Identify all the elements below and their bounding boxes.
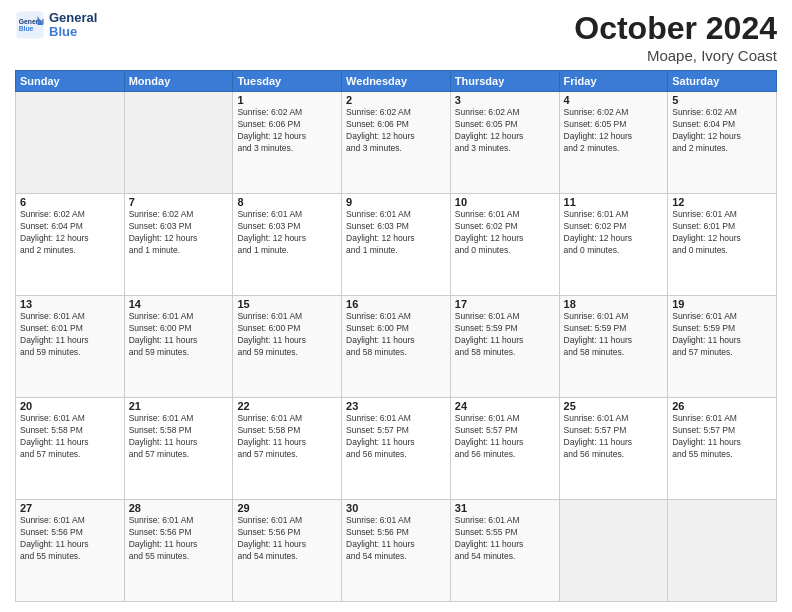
day-number: 9: [346, 196, 446, 208]
day-number: 29: [237, 502, 337, 514]
calendar-cell: 16Sunrise: 6:01 AM Sunset: 6:00 PM Dayli…: [342, 296, 451, 398]
logo-text: General Blue: [49, 11, 97, 40]
calendar-table: SundayMondayTuesdayWednesdayThursdayFrid…: [15, 70, 777, 602]
calendar-cell: 20Sunrise: 6:01 AM Sunset: 5:58 PM Dayli…: [16, 398, 125, 500]
calendar-cell: 11Sunrise: 6:01 AM Sunset: 6:02 PM Dayli…: [559, 194, 668, 296]
day-number: 8: [237, 196, 337, 208]
calendar-cell: 29Sunrise: 6:01 AM Sunset: 5:56 PM Dayli…: [233, 500, 342, 602]
calendar-cell: 14Sunrise: 6:01 AM Sunset: 6:00 PM Dayli…: [124, 296, 233, 398]
cell-info: Sunrise: 6:01 AM Sunset: 5:55 PM Dayligh…: [455, 515, 555, 563]
calendar-cell: 2Sunrise: 6:02 AM Sunset: 6:06 PM Daylig…: [342, 92, 451, 194]
day-number: 18: [564, 298, 664, 310]
logo-icon: General Blue: [15, 10, 45, 40]
calendar-cell: 18Sunrise: 6:01 AM Sunset: 5:59 PM Dayli…: [559, 296, 668, 398]
cell-info: Sunrise: 6:01 AM Sunset: 5:58 PM Dayligh…: [237, 413, 337, 461]
calendar-cell: [124, 92, 233, 194]
calendar-cell: 13Sunrise: 6:01 AM Sunset: 6:01 PM Dayli…: [16, 296, 125, 398]
calendar-cell: 8Sunrise: 6:01 AM Sunset: 6:03 PM Daylig…: [233, 194, 342, 296]
cell-info: Sunrise: 6:01 AM Sunset: 6:03 PM Dayligh…: [346, 209, 446, 257]
calendar-cell: 7Sunrise: 6:02 AM Sunset: 6:03 PM Daylig…: [124, 194, 233, 296]
cell-info: Sunrise: 6:02 AM Sunset: 6:06 PM Dayligh…: [237, 107, 337, 155]
svg-text:Blue: Blue: [19, 25, 34, 32]
day-number: 17: [455, 298, 555, 310]
cell-info: Sunrise: 6:01 AM Sunset: 6:00 PM Dayligh…: [237, 311, 337, 359]
cell-info: Sunrise: 6:01 AM Sunset: 5:56 PM Dayligh…: [346, 515, 446, 563]
cell-info: Sunrise: 6:01 AM Sunset: 5:58 PM Dayligh…: [129, 413, 229, 461]
cell-info: Sunrise: 6:01 AM Sunset: 6:01 PM Dayligh…: [672, 209, 772, 257]
title-block: October 2024 Moape, Ivory Coast: [574, 10, 777, 64]
calendar-cell: 22Sunrise: 6:01 AM Sunset: 5:58 PM Dayli…: [233, 398, 342, 500]
cell-info: Sunrise: 6:02 AM Sunset: 6:05 PM Dayligh…: [455, 107, 555, 155]
day-number: 26: [672, 400, 772, 412]
cell-info: Sunrise: 6:01 AM Sunset: 5:57 PM Dayligh…: [346, 413, 446, 461]
cell-info: Sunrise: 6:01 AM Sunset: 5:59 PM Dayligh…: [672, 311, 772, 359]
calendar-cell: 31Sunrise: 6:01 AM Sunset: 5:55 PM Dayli…: [450, 500, 559, 602]
calendar-cell: 19Sunrise: 6:01 AM Sunset: 5:59 PM Dayli…: [668, 296, 777, 398]
calendar-cell: 26Sunrise: 6:01 AM Sunset: 5:57 PM Dayli…: [668, 398, 777, 500]
day-number: 4: [564, 94, 664, 106]
day-number: 13: [20, 298, 120, 310]
calendar-cell: 15Sunrise: 6:01 AM Sunset: 6:00 PM Dayli…: [233, 296, 342, 398]
day-number: 30: [346, 502, 446, 514]
day-number: 20: [20, 400, 120, 412]
calendar-cell: 23Sunrise: 6:01 AM Sunset: 5:57 PM Dayli…: [342, 398, 451, 500]
day-number: 16: [346, 298, 446, 310]
calendar-cell: [16, 92, 125, 194]
weekday-header-tuesday: Tuesday: [233, 71, 342, 92]
cell-info: Sunrise: 6:02 AM Sunset: 6:04 PM Dayligh…: [20, 209, 120, 257]
cell-info: Sunrise: 6:02 AM Sunset: 6:05 PM Dayligh…: [564, 107, 664, 155]
cell-info: Sunrise: 6:01 AM Sunset: 5:56 PM Dayligh…: [20, 515, 120, 563]
cell-info: Sunrise: 6:01 AM Sunset: 5:59 PM Dayligh…: [564, 311, 664, 359]
day-number: 15: [237, 298, 337, 310]
weekday-header-thursday: Thursday: [450, 71, 559, 92]
weekday-header-wednesday: Wednesday: [342, 71, 451, 92]
weekday-header-friday: Friday: [559, 71, 668, 92]
day-number: 23: [346, 400, 446, 412]
weekday-header-saturday: Saturday: [668, 71, 777, 92]
cell-info: Sunrise: 6:01 AM Sunset: 5:56 PM Dayligh…: [237, 515, 337, 563]
day-number: 11: [564, 196, 664, 208]
cell-info: Sunrise: 6:01 AM Sunset: 5:58 PM Dayligh…: [20, 413, 120, 461]
day-number: 25: [564, 400, 664, 412]
cell-info: Sunrise: 6:01 AM Sunset: 5:56 PM Dayligh…: [129, 515, 229, 563]
day-number: 31: [455, 502, 555, 514]
day-number: 19: [672, 298, 772, 310]
calendar-cell: 12Sunrise: 6:01 AM Sunset: 6:01 PM Dayli…: [668, 194, 777, 296]
weekday-header-sunday: Sunday: [16, 71, 125, 92]
calendar-cell: 6Sunrise: 6:02 AM Sunset: 6:04 PM Daylig…: [16, 194, 125, 296]
cell-info: Sunrise: 6:01 AM Sunset: 6:02 PM Dayligh…: [564, 209, 664, 257]
cell-info: Sunrise: 6:02 AM Sunset: 6:04 PM Dayligh…: [672, 107, 772, 155]
calendar-cell: 9Sunrise: 6:01 AM Sunset: 6:03 PM Daylig…: [342, 194, 451, 296]
cell-info: Sunrise: 6:01 AM Sunset: 6:00 PM Dayligh…: [346, 311, 446, 359]
calendar-cell: 5Sunrise: 6:02 AM Sunset: 6:04 PM Daylig…: [668, 92, 777, 194]
calendar-cell: [668, 500, 777, 602]
day-number: 3: [455, 94, 555, 106]
page: General Blue General Blue October 2024 M…: [0, 0, 792, 612]
day-number: 10: [455, 196, 555, 208]
cell-info: Sunrise: 6:01 AM Sunset: 5:57 PM Dayligh…: [564, 413, 664, 461]
cell-info: Sunrise: 6:01 AM Sunset: 5:57 PM Dayligh…: [455, 413, 555, 461]
month-title: October 2024: [574, 10, 777, 47]
cell-info: Sunrise: 6:01 AM Sunset: 6:00 PM Dayligh…: [129, 311, 229, 359]
cell-info: Sunrise: 6:02 AM Sunset: 6:03 PM Dayligh…: [129, 209, 229, 257]
weekday-header-monday: Monday: [124, 71, 233, 92]
calendar-cell: 30Sunrise: 6:01 AM Sunset: 5:56 PM Dayli…: [342, 500, 451, 602]
day-number: 7: [129, 196, 229, 208]
day-number: 28: [129, 502, 229, 514]
calendar-cell: 27Sunrise: 6:01 AM Sunset: 5:56 PM Dayli…: [16, 500, 125, 602]
cell-info: Sunrise: 6:01 AM Sunset: 5:59 PM Dayligh…: [455, 311, 555, 359]
cell-info: Sunrise: 6:02 AM Sunset: 6:06 PM Dayligh…: [346, 107, 446, 155]
calendar-cell: 25Sunrise: 6:01 AM Sunset: 5:57 PM Dayli…: [559, 398, 668, 500]
calendar-cell: 24Sunrise: 6:01 AM Sunset: 5:57 PM Dayli…: [450, 398, 559, 500]
calendar-cell: 4Sunrise: 6:02 AM Sunset: 6:05 PM Daylig…: [559, 92, 668, 194]
day-number: 14: [129, 298, 229, 310]
cell-info: Sunrise: 6:01 AM Sunset: 5:57 PM Dayligh…: [672, 413, 772, 461]
calendar-cell: 3Sunrise: 6:02 AM Sunset: 6:05 PM Daylig…: [450, 92, 559, 194]
day-number: 24: [455, 400, 555, 412]
cell-info: Sunrise: 6:01 AM Sunset: 6:02 PM Dayligh…: [455, 209, 555, 257]
calendar-cell: 21Sunrise: 6:01 AM Sunset: 5:58 PM Dayli…: [124, 398, 233, 500]
calendar-cell: [559, 500, 668, 602]
calendar-cell: 1Sunrise: 6:02 AM Sunset: 6:06 PM Daylig…: [233, 92, 342, 194]
cell-info: Sunrise: 6:01 AM Sunset: 6:03 PM Dayligh…: [237, 209, 337, 257]
calendar-cell: 10Sunrise: 6:01 AM Sunset: 6:02 PM Dayli…: [450, 194, 559, 296]
